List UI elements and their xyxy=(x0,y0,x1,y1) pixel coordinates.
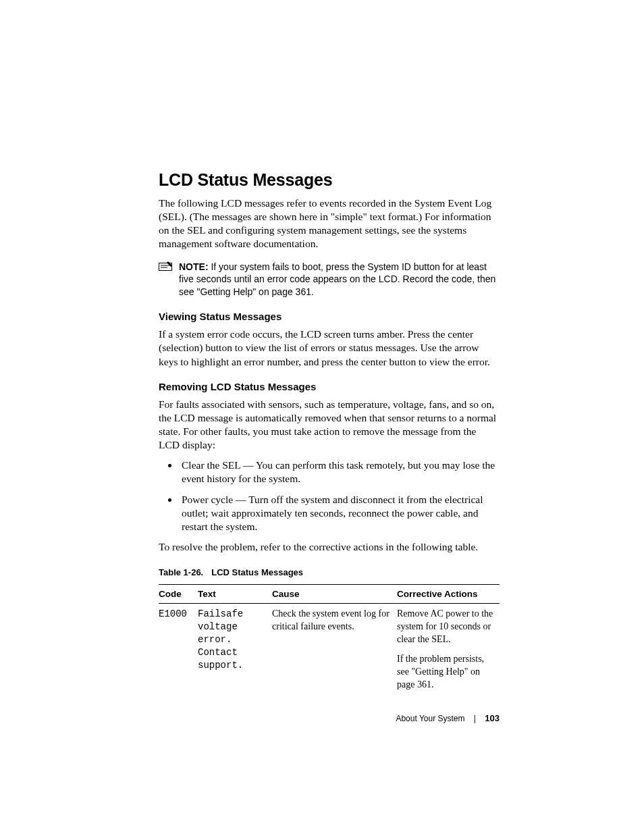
section-viewing: Viewing Status Messages If a system erro… xyxy=(159,311,500,368)
page-footer: About Your System | 103 xyxy=(159,713,500,723)
table-caption: Table 1-26.LCD Status Messages xyxy=(159,567,500,577)
viewing-body: If a system error code occurs, the LCD s… xyxy=(159,328,500,368)
col-header-corrective: Corrective Actions xyxy=(397,585,500,604)
col-header-code: Code xyxy=(159,585,198,604)
table-caption-number: Table 1-26. xyxy=(159,567,203,577)
note-icon xyxy=(159,261,172,271)
note-label: NOTE: xyxy=(179,261,209,272)
cell-code: E1000 xyxy=(159,604,198,696)
col-header-cause: Cause xyxy=(272,585,397,604)
intro-paragraph: The following LCD messages refer to even… xyxy=(159,197,500,251)
cell-corrective: Remove AC power to the system for 10 sec… xyxy=(397,604,500,696)
table-row: E1000 Failsafe voltage error. Contact su… xyxy=(159,604,500,696)
note-block: NOTE: If your system fails to boot, pres… xyxy=(159,261,500,299)
footer-separator: | xyxy=(467,714,483,723)
subheading-removing: Removing LCD Status Messages xyxy=(159,381,500,392)
cell-text: Failsafe voltage error. Contact support. xyxy=(198,604,272,696)
cell-cause: Check the system event log for critical … xyxy=(272,604,397,696)
corrective-secondary: If the problem persists, see "Getting He… xyxy=(397,653,495,692)
footer-section: About Your System xyxy=(396,714,464,723)
col-header-text: Text xyxy=(198,585,272,604)
subheading-viewing: Viewing Status Messages xyxy=(159,311,500,322)
table-caption-title: LCD Status Messages xyxy=(211,567,303,577)
removing-intro: For faults associated with sensors, such… xyxy=(159,398,500,452)
section-removing: Removing LCD Status Messages For faults … xyxy=(159,381,500,554)
list-item: Clear the SEL — You can perform this tas… xyxy=(179,459,500,486)
list-item: Power cycle — Turn off the system and di… xyxy=(179,493,500,533)
corrective-primary: Remove AC power to the system for 10 sec… xyxy=(397,608,495,646)
removing-bullets: Clear the SEL — You can perform this tas… xyxy=(159,459,500,533)
heading-lcd-status-messages: LCD Status Messages xyxy=(159,170,500,190)
table-header-row: Code Text Cause Corrective Actions xyxy=(159,585,500,604)
page-content: LCD Status Messages The following LCD me… xyxy=(159,170,500,695)
footer-page-number: 103 xyxy=(485,713,500,723)
note-text: If your system fails to boot, press the … xyxy=(179,261,495,298)
removing-outro: To resolve the problem, refer to the cor… xyxy=(159,540,500,554)
lcd-status-table: Code Text Cause Corrective Actions E1000… xyxy=(159,584,500,695)
